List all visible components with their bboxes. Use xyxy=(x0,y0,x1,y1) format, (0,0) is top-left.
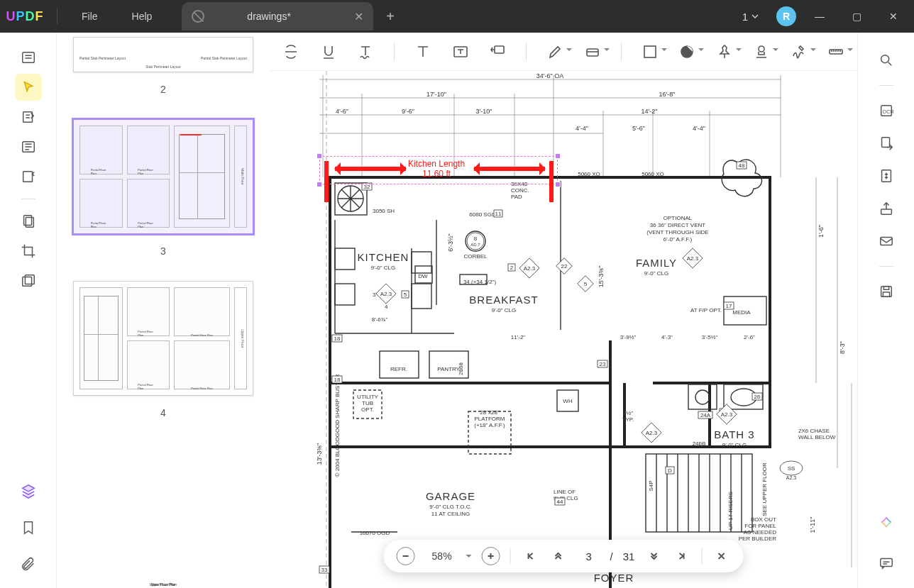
svg-text:5'-6": 5'-6" xyxy=(632,125,645,132)
measure-label: Kitchen Length 11.60 ft xyxy=(408,159,465,179)
thumbnail-panel[interactable]: Partial Slab Perimeter LayoutPartial Sla… xyxy=(57,33,270,588)
email-button[interactable] xyxy=(873,228,900,255)
svg-rect-67 xyxy=(380,351,419,378)
attachment-button[interactable] xyxy=(15,551,42,578)
svg-text:BOX OUTFOR PANELAS NEEDEDPER B: BOX OUTFOR PANELAS NEEDEDPER BUILDER xyxy=(739,516,777,542)
svg-rect-6 xyxy=(22,277,31,287)
svg-text:9'-0" CLG T.O.C.: 9'-0" CLG T.O.C. xyxy=(429,504,471,510)
svg-text:BATH 3: BATH 3 xyxy=(714,428,754,440)
edit-mode-button[interactable] xyxy=(15,104,42,131)
page-tools-button[interactable] xyxy=(15,208,42,235)
zoom-value[interactable]: 58% xyxy=(425,550,459,562)
pin-tool[interactable] xyxy=(715,41,732,62)
svg-text:4: 4 xyxy=(385,304,388,310)
svg-text:REFR.: REFR. xyxy=(390,366,407,372)
close-controls-button[interactable] xyxy=(712,547,730,565)
menu-file[interactable]: File xyxy=(65,11,115,22)
zoom-dropdown-icon[interactable] xyxy=(466,555,472,560)
squiggly-tool[interactable] xyxy=(357,41,374,62)
svg-text:17'-10": 17'-10" xyxy=(426,91,446,98)
comment-mode-button[interactable] xyxy=(15,74,42,101)
highlight-tool[interactable] xyxy=(546,41,563,62)
svg-text:BREAKFAST: BREAKFAST xyxy=(469,294,538,306)
page-total: 31 xyxy=(623,550,635,562)
svg-text:3'-10": 3'-10" xyxy=(476,108,492,115)
reader-mode-button[interactable] xyxy=(15,44,42,71)
measure-arrow-left xyxy=(335,167,406,171)
measure-tool[interactable] xyxy=(827,41,844,62)
callout-tool[interactable] xyxy=(489,41,506,62)
text-tool[interactable] xyxy=(414,41,431,62)
layers-button[interactable] xyxy=(15,477,42,504)
svg-text:2'-6": 2'-6" xyxy=(744,334,755,340)
chevron-down-icon xyxy=(751,12,759,21)
crop-button[interactable] xyxy=(15,238,42,265)
batch-button[interactable] xyxy=(15,267,42,294)
document-tab[interactable]: drawings* ✕ xyxy=(182,2,373,30)
svg-text:5: 5 xyxy=(584,281,588,287)
first-page-button[interactable] xyxy=(521,547,539,565)
page-number-input[interactable] xyxy=(578,547,600,565)
svg-text:246B: 246B xyxy=(693,440,706,447)
svg-text:9'-6": 9'-6" xyxy=(402,108,414,115)
document-canvas[interactable]: 34'-6" OA 17'-10" 16'-8" 4'-6" 9'-6" 3'-… xyxy=(270,71,857,588)
search-button[interactable] xyxy=(873,47,900,74)
svg-rect-64 xyxy=(412,284,431,309)
svg-text:9'-0" CLG: 9'-0" CLG xyxy=(371,265,396,271)
comments-panel-button[interactable] xyxy=(873,550,900,577)
bookmark-button[interactable] xyxy=(15,514,42,541)
organize-mode-button[interactable] xyxy=(15,133,42,160)
svg-text:5060 XO: 5060 XO xyxy=(578,171,600,177)
measure-arrow-right xyxy=(474,167,545,171)
area-highlight-tool[interactable] xyxy=(583,41,600,62)
thumbnail-number-3: 3 xyxy=(57,245,270,257)
thumbnail-page-2[interactable]: Partial Slab Perimeter LayoutPartial Sla… xyxy=(73,37,253,72)
ai-assistant-button[interactable] xyxy=(873,510,900,537)
svg-text:13'-3⅜": 13'-3⅜" xyxy=(316,443,323,465)
next-page-button[interactable] xyxy=(644,547,663,565)
shape-tool[interactable] xyxy=(642,41,659,62)
svg-text:2X6 CHASEWALL BELOW: 2X6 CHASEWALL BELOW xyxy=(798,428,836,440)
prev-page-button[interactable] xyxy=(549,547,568,565)
svg-rect-10 xyxy=(587,49,598,56)
new-tab-button[interactable]: + xyxy=(386,9,395,25)
menu-help[interactable]: Help xyxy=(115,11,170,22)
svg-text:OCR: OCR xyxy=(882,109,893,115)
underline-tool[interactable] xyxy=(319,41,336,62)
convert-button[interactable] xyxy=(873,130,900,157)
compress-button[interactable] xyxy=(873,162,900,189)
svg-text:4'-6": 4'-6" xyxy=(336,108,348,115)
share-button[interactable] xyxy=(873,195,900,222)
svg-point-15 xyxy=(881,55,888,63)
window-minimize-button[interactable]: — xyxy=(806,6,833,27)
sticker-tool[interactable] xyxy=(678,41,695,62)
svg-text:11: 11 xyxy=(495,211,502,217)
svg-text:5: 5 xyxy=(404,292,407,298)
ocr-button[interactable]: OCR xyxy=(873,97,900,124)
svg-text:14'-2": 14'-2" xyxy=(642,108,658,115)
zoom-in-button[interactable] xyxy=(482,547,500,565)
strikethrough-tool[interactable] xyxy=(282,41,299,62)
svg-rect-3 xyxy=(23,172,32,182)
form-mode-button[interactable] xyxy=(15,163,42,190)
zoom-out-button[interactable] xyxy=(397,547,415,565)
save-button[interactable] xyxy=(873,278,900,305)
signature-tool[interactable] xyxy=(790,41,807,62)
user-avatar[interactable]: R xyxy=(776,6,796,26)
svg-text:3'-5½": 3'-5½" xyxy=(702,334,718,340)
svg-text:9'-0" CLG: 9'-0" CLG xyxy=(722,442,747,448)
thumbnail-page-4[interactable]: Upper Floor Upper Floor Plan xyxy=(73,281,253,396)
thumbnail-page-3[interactable]: Main Floor Main Floor Plan xyxy=(73,119,253,234)
textbox-tool[interactable] xyxy=(451,41,468,62)
window-close-button[interactable]: ✕ xyxy=(880,6,907,27)
window-maximize-button[interactable]: ▢ xyxy=(843,6,870,27)
svg-rect-18 xyxy=(881,138,889,148)
stamp-tool[interactable] xyxy=(753,41,770,62)
svg-text:4'-4": 4'-4" xyxy=(693,125,705,132)
svg-text:23: 23 xyxy=(600,361,606,367)
last-page-button[interactable] xyxy=(673,547,691,565)
tab-title: drawings* xyxy=(247,11,290,22)
notification-count[interactable]: 1 xyxy=(735,8,766,26)
tab-close-icon[interactable]: ✕ xyxy=(354,10,363,23)
svg-text:GARAGE: GARAGE xyxy=(426,490,475,502)
